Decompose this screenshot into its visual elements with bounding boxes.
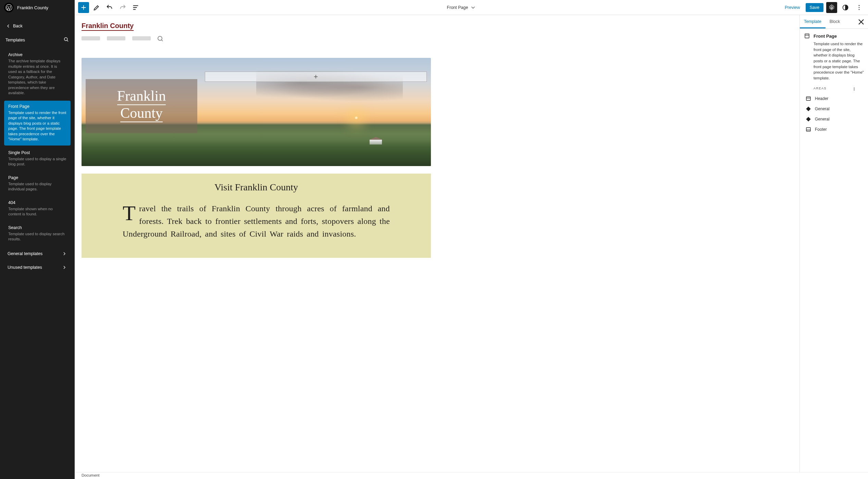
template-item-front-page[interactable]: Front Page Template used to render the f…: [4, 101, 71, 146]
tab-template[interactable]: Template: [800, 15, 826, 28]
template-desc: Template used to render the front page o…: [8, 110, 66, 142]
hero-title-line: County: [120, 105, 163, 122]
editor-canvas[interactable]: Franklin County: [75, 15, 438, 265]
wordpress-logo[interactable]: [4, 3, 14, 12]
chevron-down-icon: [470, 4, 476, 11]
hero-sun: [355, 116, 358, 119]
template-name: Page: [8, 175, 66, 180]
block-inserter-placeholder[interactable]: [205, 72, 427, 82]
plus-icon: [313, 74, 319, 80]
template-desc: Template used to display search results.: [8, 231, 66, 242]
template-desc: Template used to display individual page…: [8, 181, 66, 192]
svg-point-4: [859, 5, 860, 6]
status-bar-label: Document: [82, 473, 99, 477]
left-sidebar: Franklin County Back Templates Archive T…: [0, 0, 75, 479]
search-icon[interactable]: [63, 36, 69, 43]
area-label: Header: [815, 96, 828, 101]
template-list: Archive The archive template displays mu…: [0, 46, 75, 479]
row-label: General templates: [8, 251, 42, 256]
top-toolbar: Front Page Preview Save: [75, 0, 868, 15]
footer-icon: [805, 126, 811, 133]
site-title-link[interactable]: Franklin County: [82, 22, 134, 30]
svg-point-1: [64, 38, 67, 41]
area-header[interactable]: Header: [804, 93, 864, 104]
sidebar-header: Franklin County: [0, 0, 75, 15]
template-desc: Template used to display a single blog p…: [8, 156, 66, 167]
settings-toggle-button[interactable]: [826, 2, 837, 13]
nav-placeholder: [132, 36, 151, 40]
document-title-label: Front Page: [447, 5, 468, 10]
visit-heading[interactable]: Visit Franklin County: [123, 182, 390, 193]
visit-paragraph[interactable]: Travel the trails of Franklin County thr…: [123, 202, 390, 241]
toolbar-left: [78, 2, 141, 13]
area-label: Footer: [815, 127, 827, 132]
preview-button[interactable]: Preview: [782, 3, 803, 12]
layout-icon: [804, 33, 810, 39]
general-templates-row[interactable]: General templates: [2, 247, 73, 261]
nav-placeholder-row: [82, 36, 431, 41]
header-icon: [805, 96, 811, 102]
template-item-search[interactable]: Search Template used to display search r…: [4, 222, 71, 245]
settings-body: Front Page Template used to render the f…: [800, 29, 868, 139]
area-label: General: [815, 117, 830, 122]
svg-point-6: [859, 9, 860, 10]
template-item-single-post[interactable]: Single Post Template used to display a s…: [4, 147, 71, 171]
close-settings-button[interactable]: [856, 17, 866, 27]
template-card-head: Front Page: [804, 33, 864, 39]
hero-title-box[interactable]: Franklin County: [86, 79, 197, 133]
canvas-scroll[interactable]: Franklin County: [75, 15, 799, 472]
template-card-desc: Template used to render the front page o…: [814, 41, 864, 81]
edit-icon[interactable]: [91, 2, 102, 13]
styles-toggle-button[interactable]: [840, 2, 851, 13]
svg-rect-7: [805, 34, 809, 38]
templates-heading: Templates: [0, 33, 75, 46]
hero-cover-block[interactable]: Franklin County: [82, 58, 431, 166]
area-footer[interactable]: Footer: [804, 124, 864, 135]
chevron-right-icon: [62, 251, 67, 256]
add-block-button[interactable]: [78, 2, 89, 13]
settings-panel: Template Block Front Page Template used …: [799, 15, 868, 472]
nav-placeholder: [107, 36, 125, 40]
diamond-icon: [805, 116, 811, 122]
template-name: Archive: [8, 52, 66, 57]
hero-title: Franklin County: [99, 88, 184, 122]
template-name: Search: [8, 225, 66, 230]
save-button[interactable]: Save: [806, 3, 824, 12]
template-name: 404: [8, 200, 66, 205]
area-general[interactable]: General: [804, 114, 864, 124]
back-button[interactable]: Back: [0, 15, 75, 33]
template-item-archive[interactable]: Archive The archive template displays mu…: [4, 49, 71, 99]
toolbar-right: Preview Save: [782, 2, 865, 13]
document-title-dropdown[interactable]: Front Page: [144, 4, 779, 11]
undo-button[interactable]: [104, 2, 115, 13]
redo-button[interactable]: [117, 2, 128, 13]
svg-point-5: [859, 7, 860, 8]
chevron-right-icon: [62, 265, 67, 270]
hero-title-line: Franklin: [117, 88, 166, 105]
visit-section[interactable]: Visit Franklin County Travel the trails …: [82, 174, 431, 258]
template-card-title: Front Page: [814, 34, 837, 39]
svg-rect-9: [806, 127, 810, 131]
template-item-404[interactable]: 404 Template shown when no content is fo…: [4, 197, 71, 220]
list-view-button[interactable]: [130, 2, 141, 13]
hero-foliage: [82, 140, 431, 166]
unused-templates-row[interactable]: Unused templates: [2, 261, 73, 274]
workspace: Franklin County: [75, 15, 868, 472]
template-item-page[interactable]: Page Template used to display individual…: [4, 172, 71, 196]
more-options-button[interactable]: [854, 2, 865, 13]
diamond-icon: [805, 106, 811, 112]
row-label: Unused templates: [8, 265, 42, 270]
area-general[interactable]: General: [804, 104, 864, 114]
site-title[interactable]: Franklin County: [17, 5, 48, 10]
main-area: Front Page Preview Save Frankl: [75, 0, 868, 479]
svg-point-2: [831, 7, 833, 8]
areas-label: AREAS: [814, 87, 864, 90]
settings-tabs: Template Block: [800, 15, 868, 29]
template-desc: The archive template displays multiple e…: [8, 59, 66, 96]
search-icon[interactable]: [158, 36, 162, 41]
nav-placeholder: [82, 36, 100, 40]
tab-block[interactable]: Block: [826, 15, 844, 28]
back-label: Back: [13, 24, 23, 28]
template-name: Front Page: [8, 104, 66, 109]
svg-rect-8: [806, 97, 810, 100]
